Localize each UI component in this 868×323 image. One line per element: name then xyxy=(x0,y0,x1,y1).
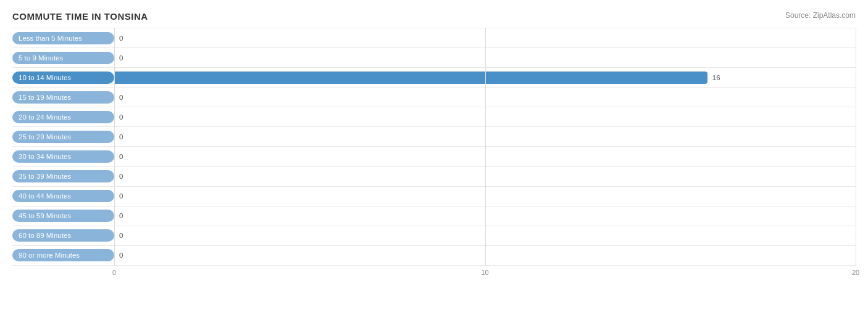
bar-track: 0 xyxy=(114,206,856,226)
bar-row: Less than 5 Minutes0 xyxy=(12,28,856,48)
chart-body: Less than 5 Minutes05 to 9 Minutes010 to… xyxy=(12,28,856,284)
bar-label: 10 to 14 Minutes xyxy=(12,72,114,84)
bar-value: 0 xyxy=(119,173,123,180)
bar-row: 10 to 14 Minutes16 xyxy=(12,68,856,88)
bar-label: 45 to 59 Minutes xyxy=(12,210,114,222)
x-axis-tick: 10 xyxy=(481,269,488,276)
bar-track: 16 xyxy=(114,68,856,87)
bar-value: 0 xyxy=(119,192,123,200)
bar-value: 0 xyxy=(119,54,123,62)
bar-value: 0 xyxy=(119,232,123,239)
grid-line xyxy=(856,28,856,266)
x-axis: 01020 xyxy=(114,266,856,284)
bar-label: 30 to 34 Minutes xyxy=(12,150,114,163)
bar-value: 0 xyxy=(119,153,123,160)
bar-value: 16 xyxy=(712,74,720,81)
bar-row: 15 to 19 Minutes0 xyxy=(12,88,856,107)
bar-label: 20 to 24 Minutes xyxy=(12,111,114,123)
bar-label: 25 to 29 Minutes xyxy=(12,131,114,143)
bar-track: 0 xyxy=(114,107,856,126)
bar-value: 0 xyxy=(119,133,123,141)
bar-track: 0 xyxy=(114,167,856,186)
bar-label: 15 to 19 Minutes xyxy=(12,91,114,104)
bar-row: 25 to 29 Minutes0 xyxy=(12,127,856,147)
chart-container: COMMUTE TIME IN TONSINA Source: ZipAtlas… xyxy=(0,0,868,323)
bar-value: 0 xyxy=(119,94,123,101)
bar-row: 40 to 44 Minutes0 xyxy=(12,187,856,206)
bar-label: 90 or more Minutes xyxy=(12,249,114,261)
chart-title: COMMUTE TIME IN TONSINA xyxy=(12,11,148,22)
bar-value: 0 xyxy=(119,212,123,219)
bar-value: 0 xyxy=(119,35,123,42)
bar-row: 30 to 34 Minutes0 xyxy=(12,147,856,166)
x-axis-tick: 20 xyxy=(852,269,859,276)
bar-value: 0 xyxy=(119,251,123,259)
bar-label: 40 to 44 Minutes xyxy=(12,190,114,202)
bar-track: 0 xyxy=(114,48,856,67)
bar-track: 0 xyxy=(114,226,856,245)
bar-track: 0 xyxy=(114,246,856,265)
bar-label: 35 to 39 Minutes xyxy=(12,170,114,182)
bars-area: Less than 5 Minutes05 to 9 Minutes010 to… xyxy=(12,28,856,266)
chart-header: COMMUTE TIME IN TONSINA Source: ZipAtlas… xyxy=(12,11,856,22)
chart-source: Source: ZipAtlas.com xyxy=(785,11,856,20)
bar-track: 0 xyxy=(114,147,856,166)
bar-row: 90 or more Minutes0 xyxy=(12,246,856,266)
bar-label: Less than 5 Minutes xyxy=(12,32,114,44)
bar-row: 45 to 59 Minutes0 xyxy=(12,206,856,226)
bar-row: 60 to 89 Minutes0 xyxy=(12,226,856,246)
bar-row: 20 to 24 Minutes0 xyxy=(12,107,856,127)
bar-track: 0 xyxy=(114,28,856,47)
x-axis-tick: 0 xyxy=(112,269,116,276)
bar-label: 60 to 89 Minutes xyxy=(12,229,114,242)
bar-fill: 16 xyxy=(114,72,707,84)
bar-row: 35 to 39 Minutes0 xyxy=(12,167,856,187)
bar-track: 0 xyxy=(114,88,856,107)
bar-value: 0 xyxy=(119,113,123,121)
bar-row: 5 to 9 Minutes0 xyxy=(12,48,856,68)
bar-track: 0 xyxy=(114,187,856,206)
bar-label: 5 to 9 Minutes xyxy=(12,52,114,64)
bar-track: 0 xyxy=(114,127,856,146)
